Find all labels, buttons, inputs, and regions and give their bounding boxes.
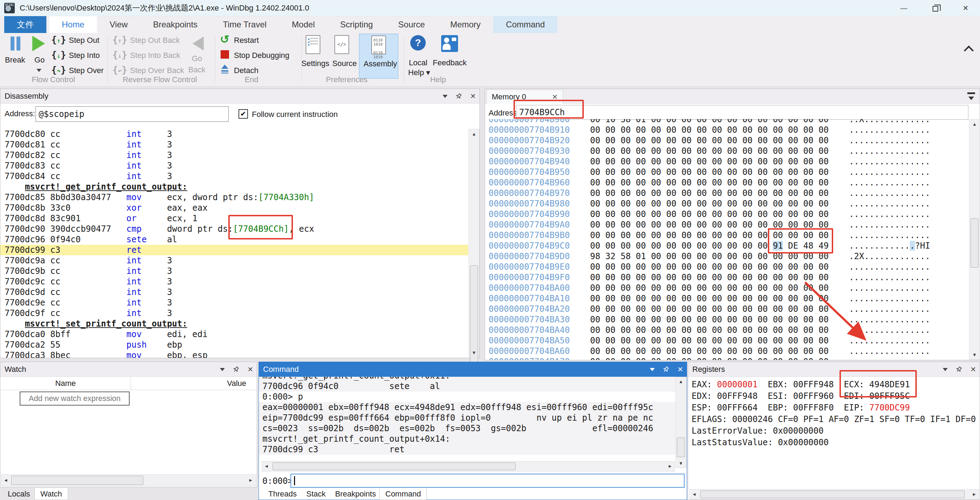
memory-row[interactable]: 000000007704B910 00 00 00 00 00 00 00 00… — [488, 125, 969, 135]
disasm-line[interactable]: 7700dc9f cc int 3 — [0, 308, 468, 319]
tab-locals[interactable]: Locals — [2, 488, 36, 500]
memory-row[interactable]: 000000007704BA20 00 00 00 00 00 00 00 00… — [488, 304, 969, 314]
tab-breakpoints[interactable]: Breakpoints — [140, 16, 210, 33]
close-panel-icon[interactable]: ✕ — [247, 365, 253, 374]
memory-address-input[interactable] — [516, 105, 969, 120]
disasm-line[interactable]: 7700dc81 cc int 3 — [0, 140, 468, 150]
registers-horizontal-scrollbar[interactable]: ◄ ► — [689, 489, 979, 500]
scroll-left-icon[interactable]: ◄ — [692, 492, 697, 497]
memory-row[interactable]: 000000007704B950 00 00 00 00 00 00 00 00… — [488, 167, 969, 177]
disasm-line[interactable]: 7700dc9a cc int 3 — [0, 255, 468, 266]
tab-source[interactable]: Source — [386, 16, 438, 33]
command-vertical-scrollbar[interactable]: ▲ ▼ — [676, 377, 686, 468]
memory-row[interactable]: 000000007704B940 00 00 00 00 00 00 00 00… — [488, 156, 969, 167]
go-dropdown-icon[interactable] — [37, 69, 41, 72]
disasm-line[interactable]: 7700dc8b 33c0 xor eax, eax — [0, 203, 468, 213]
scroll-down-icon[interactable]: ▼ — [676, 461, 686, 466]
tab-stack[interactable]: Stack — [301, 488, 331, 500]
memory-row[interactable]: 000000007704B930 00 00 00 00 00 00 00 00… — [488, 146, 969, 156]
disasm-line[interactable]: 7700dc9e cc int 3 — [0, 297, 468, 308]
memory-row[interactable]: 000000007704B970 00 00 00 00 00 00 00 00… — [488, 188, 969, 198]
pin-icon[interactable] — [955, 366, 963, 373]
memory-row[interactable]: 000000007704BA30 00 00 00 00 00 00 00 00… — [488, 314, 969, 325]
memory-row[interactable]: 000000007704B9F0 00 00 00 00 00 00 00 00… — [488, 272, 969, 283]
tab-model[interactable]: Model — [279, 16, 328, 33]
scrollbar-thumb[interactable] — [272, 462, 515, 470]
memory-row[interactable]: 000000007704B900 00 10 58 01 00 00 00 00… — [488, 119, 969, 125]
tab-scripting[interactable]: Scripting — [328, 16, 385, 33]
disasm-line[interactable]: 7700dc8d 83c901 or ecx, 1 — [0, 213, 468, 224]
tab-breakpoints-bottom[interactable]: Breakpoints — [329, 488, 382, 500]
panel-menu-icon[interactable] — [442, 95, 447, 98]
disasm-symbol-line[interactable]: msvcrt!_set_printf_count_output: — [0, 319, 468, 329]
command-horizontal-scrollbar[interactable]: ◄ ► — [262, 461, 675, 471]
scroll-right-icon[interactable]: ► — [972, 492, 977, 497]
memory-row[interactable]: 000000007704B980 00 00 00 00 00 00 00 00… — [488, 198, 969, 209]
restore-button[interactable] — [924, 0, 947, 16]
disasm-line[interactable]: 7700dc83 cc int 3 — [0, 160, 468, 171]
close-button[interactable]: ✕ — [954, 0, 977, 16]
memory-row[interactable]: 000000007704B9C0 00 00 00 00 00 00 00 00… — [488, 241, 969, 251]
panel-menu-icon[interactable] — [220, 368, 225, 371]
tab-command-bottom[interactable]: Command — [379, 488, 427, 500]
memory-row[interactable]: 000000007704BA50 00 00 00 00 00 00 00 00… — [488, 335, 969, 346]
scroll-down-icon[interactable]: ▼ — [469, 350, 479, 356]
disasm-line[interactable]: 7700dca2 55 push ebp — [0, 340, 468, 350]
memory-toolbar-overflow-icon[interactable] — [967, 91, 975, 102]
pin-icon[interactable] — [232, 366, 240, 373]
pin-icon[interactable] — [455, 93, 462, 100]
column-value[interactable]: Value — [131, 377, 257, 390]
follow-current-instruction-checkbox[interactable]: ✔ — [239, 109, 248, 119]
memory-row[interactable]: 000000007704B9D0 98 32 58 01 00 00 00 00… — [488, 251, 969, 262]
scrollbar-thumb[interactable] — [970, 218, 978, 268]
disasm-symbol-line[interactable]: msvcrt!_get_printf_count_output: — [0, 181, 468, 192]
scrollbar-thumb[interactable] — [700, 490, 964, 498]
memory-row[interactable]: 000000007704BA00 00 00 00 00 00 00 00 00… — [488, 283, 969, 293]
disasm-line[interactable]: 7700dc99 c3 ret — [0, 245, 468, 255]
close-tab-icon[interactable]: ✕ — [552, 90, 558, 104]
minimize-button[interactable]: — — [892, 0, 915, 16]
close-panel-icon[interactable]: ✕ — [677, 365, 683, 374]
tab-file[interactable]: 文件 — [4, 16, 46, 33]
scroll-left-icon[interactable]: ◄ — [264, 463, 269, 469]
disassembly-vertical-scrollbar[interactable]: ▲ ▼ — [469, 129, 479, 358]
tab-command[interactable]: Command — [493, 16, 557, 33]
tab-watch-bottom[interactable]: Watch — [34, 488, 68, 500]
pin-icon[interactable] — [662, 366, 670, 373]
memory-row[interactable]: 000000007704B960 00 00 00 00 00 00 00 00… — [488, 177, 969, 188]
panel-menu-icon[interactable] — [943, 368, 948, 371]
scroll-up-icon[interactable]: ▲ — [676, 379, 686, 384]
scrollbar-thumb[interactable] — [677, 438, 685, 457]
tab-view[interactable]: View — [97, 16, 140, 33]
disasm-line[interactable]: 7700dc84 cc int 3 — [0, 171, 468, 181]
scroll-right-icon[interactable]: ► — [668, 463, 672, 469]
tab-home[interactable]: Home — [49, 16, 97, 33]
add-watch-expression-cell[interactable]: Add new watch expression — [20, 392, 130, 406]
disassembly-address-input[interactable] — [35, 106, 229, 122]
memory-row[interactable]: 000000007704B9E0 00 00 00 00 00 00 00 00… — [488, 262, 969, 272]
disasm-line[interactable]: 7700dc82 cc int 3 — [0, 150, 468, 160]
collapse-ribbon-chevron-icon[interactable] — [964, 46, 974, 56]
memory-row[interactable]: 000000007704B990 00 00 00 00 00 00 00 00… — [488, 209, 969, 219]
close-panel-icon[interactable]: ✕ — [470, 92, 476, 100]
disasm-line[interactable]: 7700dc96 0f94c0 sete al — [0, 234, 468, 245]
close-panel-icon[interactable]: ✕ — [970, 365, 976, 374]
column-name[interactable]: Name — [0, 377, 131, 390]
watch-horizontal-scrollbar[interactable]: ◄ ► — [1, 475, 256, 486]
disasm-line[interactable]: 7700dc80 cc int 3 — [0, 129, 468, 140]
memory-row[interactable]: 000000007704B920 00 00 00 00 00 00 00 00… — [488, 135, 969, 146]
disasm-line[interactable]: 7700dc85 8b0d30a30477 mov ecx, dword ptr… — [0, 192, 468, 203]
disasm-line[interactable]: 7700dc9b cc int 3 — [0, 266, 468, 276]
scroll-left-icon[interactable]: ◄ — [3, 478, 8, 483]
memory-tab[interactable]: Memory 0 ✕ — [487, 89, 563, 103]
command-input[interactable] — [291, 474, 685, 488]
disasm-line[interactable]: 7700dca3 8bec mov ebp, esp — [0, 350, 468, 358]
scroll-right-icon[interactable]: ► — [248, 478, 253, 483]
memory-row[interactable]: 000000007704BA60 00 00 00 00 00 00 00 00… — [488, 346, 969, 356]
disasm-line[interactable]: 7700dc9d cc int 3 — [0, 287, 468, 297]
assembly-button[interactable]: 0110101001101010 Assembly — [359, 34, 398, 79]
scrollbar-thumb[interactable] — [11, 476, 143, 485]
tab-time-travel[interactable]: Time Travel — [210, 16, 279, 33]
disasm-line[interactable]: 7700dc90 390dccb90477 cmp dword ptr ds:[… — [0, 224, 468, 234]
memory-row[interactable]: 000000007704BA10 00 00 00 00 00 00 00 00… — [488, 293, 969, 304]
